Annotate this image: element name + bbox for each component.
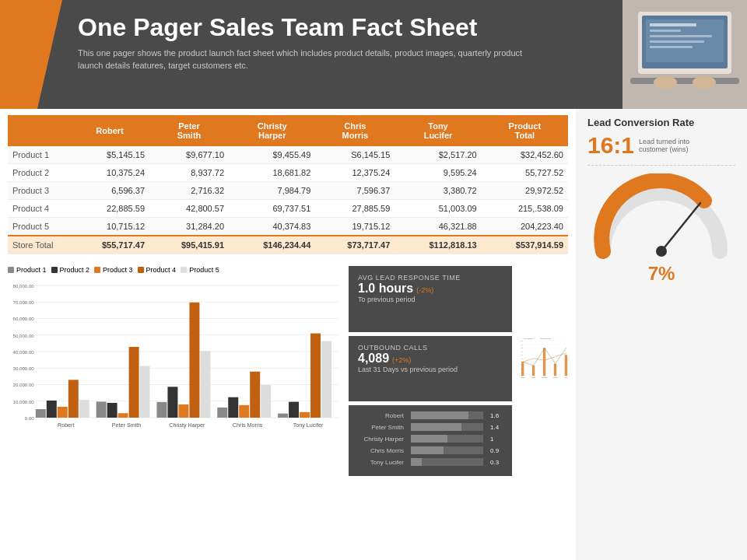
legend-dot	[94, 267, 100, 273]
h-bar-row: Chris Morris 0.9	[353, 446, 507, 454]
lead-desc-line1: Lead turned into	[639, 138, 689, 145]
svg-rect-58	[321, 341, 331, 418]
svg-text:60,000.00: 60,000.00	[12, 317, 34, 322]
row-cell: 69,737.51	[229, 200, 315, 218]
h-bar-track	[411, 423, 483, 431]
h-bar-fill	[411, 411, 468, 419]
sales-table: Robert PeterSmith ChristyHarper ChrisMor…	[8, 115, 568, 254]
h-bar-row: Peter Smith 1.4	[353, 423, 507, 431]
row-cell: 7,984.79	[229, 182, 315, 200]
h-bar-chart: Robert 1.6 Peter Smith 1.4 Christy Harpe…	[349, 405, 512, 476]
svg-rect-43	[167, 387, 177, 418]
svg-rect-52	[261, 385, 271, 418]
row-cell: S6,145.15	[315, 146, 395, 164]
h-bar-row: Christy Harper 1	[353, 435, 507, 443]
row-cell: 12,375.24	[315, 164, 395, 182]
svg-rect-54	[278, 414, 288, 418]
row-cell: 9,595.24	[395, 164, 481, 182]
table-row: Product 210,375.248,937.7218,681.8212,37…	[8, 164, 568, 182]
svg-text:90: 90	[521, 345, 523, 345]
h-bar-row: Tony Lucifer 0.3	[353, 458, 507, 466]
h-bar-value: 1.6	[490, 412, 507, 419]
h-bar-fill	[411, 435, 447, 443]
legend-dot	[181, 267, 187, 273]
svg-rect-46	[200, 351, 210, 418]
svg-rect-84	[543, 348, 545, 376]
row-cell: 51,003.09	[395, 200, 481, 218]
svg-rect-42	[156, 402, 167, 418]
row-label: Product 5	[8, 218, 70, 236]
svg-rect-56	[300, 412, 310, 418]
outbound-card: Outbound Calls 4,089 (+2%) Last 31 Days …	[349, 336, 512, 402]
h-bar-value: 0.9	[490, 447, 507, 454]
total-cell: $55,717.47	[70, 236, 149, 254]
line-chart-svg: 0102030405060708090100MondayTuesdayWedne…	[518, 266, 568, 453]
left-content: Robert PeterSmith ChristyHarper ChrisMor…	[0, 109, 576, 560]
legend-label: Product 3	[103, 266, 133, 274]
total-label: Store Total	[8, 236, 70, 254]
row-cell: 8,937.72	[149, 164, 229, 182]
svg-text:100: 100	[521, 341, 523, 341]
svg-text:80: 80	[521, 348, 523, 348]
total-cell: $146,234.44	[229, 236, 315, 254]
svg-text:Wednesday: Wednesday	[542, 377, 548, 378]
h-bar-value: 1.4	[490, 424, 507, 431]
svg-point-97	[656, 246, 667, 257]
svg-text:0.00: 0.00	[25, 416, 35, 421]
svg-rect-51	[250, 372, 260, 418]
gauge-svg	[587, 173, 735, 259]
row-cell: 27,885.59	[315, 200, 395, 218]
legend-dot	[8, 267, 14, 273]
h-bar-row: Robert 1.6	[353, 411, 507, 419]
row-cell: 2,716.32	[149, 182, 229, 200]
bar-chart-container: Product 1Product 2Product 3Product 4Prod…	[8, 266, 342, 476]
svg-rect-55	[289, 402, 299, 418]
row-cell: 19,715.12	[315, 218, 395, 236]
row-cell: $32,452.60	[482, 146, 568, 164]
h-bar-label: Chris Morris	[353, 447, 404, 454]
svg-rect-44	[178, 404, 188, 418]
svg-text:30,000.00: 30,000.00	[12, 366, 34, 371]
h-bar-track	[411, 435, 483, 443]
h-bar-label: Tony Lucifer	[353, 459, 404, 466]
avg-lead-desc: To previous period	[358, 296, 503, 303]
svg-text:70: 70	[521, 352, 523, 352]
row-cell: 22,885.59	[70, 200, 149, 218]
svg-text:20,000.00: 20,000.00	[12, 383, 34, 388]
svg-text:Christy Harper: Christy Harper	[169, 422, 205, 429]
table-row: Product 1$5,145.15$9,677.10$9,455.49S6,1…	[8, 146, 568, 164]
row-cell: 40,374.83	[229, 218, 315, 236]
avg-lead-title: AVG LEAD RESPONSE TIME	[358, 274, 503, 282]
lead-conversion-title: Lead Conversion Rate	[587, 117, 735, 128]
svg-line-96	[661, 203, 700, 251]
legend-item: Product 3	[94, 266, 133, 274]
svg-rect-34	[79, 400, 89, 418]
row-cell: 29,972.52	[482, 182, 568, 200]
row-label: Product 3	[8, 182, 70, 200]
col-header-total: ProductTotal	[482, 115, 568, 146]
row-label: Product 1	[8, 146, 70, 164]
svg-rect-4	[630, 78, 739, 84]
col-header-tony: TonyLucifer	[395, 115, 481, 146]
svg-rect-39	[129, 347, 139, 418]
row-cell: 18,681.82	[229, 164, 315, 182]
legend-item: Product 2	[51, 266, 90, 274]
avg-lead-value-row: 1.0 hours (-2%)	[358, 282, 503, 296]
svg-rect-10	[650, 40, 704, 43]
right-panel: Lead Conversion Rate 16:1 Lead turned in…	[576, 109, 747, 560]
row-cell: $9,677.10	[149, 146, 229, 164]
bar-chart: 0.0010,000.0020,000.0030,000.0040,000.00…	[8, 278, 342, 433]
svg-text:60: 60	[521, 355, 523, 355]
header-text: One Pager Sales Team Fact Sheet This one…	[62, 0, 622, 109]
legend-label: Product 5	[189, 266, 219, 274]
legend-label: Product 1	[16, 266, 47, 274]
svg-rect-86	[565, 355, 567, 376]
svg-text:Monday: Monday	[521, 377, 524, 379]
svg-text:70,000.00: 70,000.00	[12, 300, 34, 305]
svg-rect-49	[228, 397, 238, 418]
legend-label: Product 2	[60, 266, 90, 274]
main-area: Robert PeterSmith ChristyHarper ChrisMor…	[0, 109, 747, 560]
col-header-chris: ChrisMorris	[315, 115, 395, 146]
svg-text:Peter Smith: Peter Smith	[112, 422, 141, 429]
avg-lead-card: AVG LEAD RESPONSE TIME 1.0 hours (-2%) T…	[349, 266, 512, 332]
